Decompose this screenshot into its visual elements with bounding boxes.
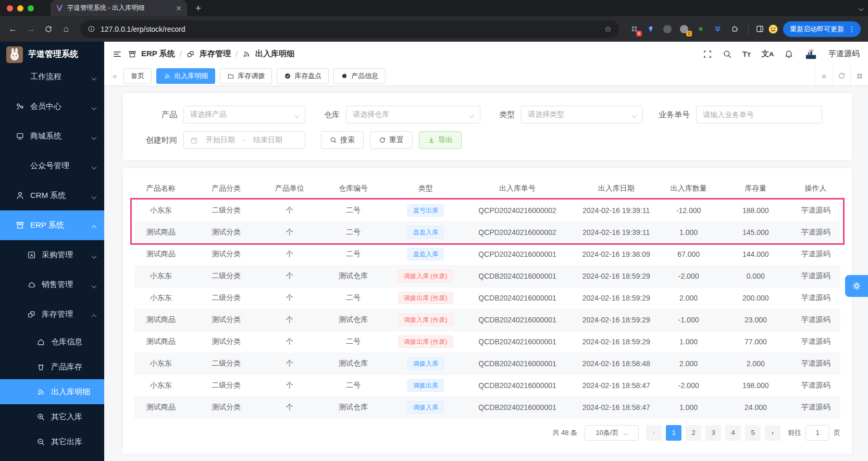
search-icon[interactable] bbox=[723, 49, 732, 59]
prev-page-button[interactable]: ‹ bbox=[646, 425, 662, 441]
extension-star-icon[interactable]: ✶ bbox=[695, 23, 706, 35]
end-date-placeholder[interactable]: 结束日期 bbox=[250, 135, 286, 145]
cell-date: 2024-02-16 19:39:11 bbox=[576, 200, 657, 221]
profile-avatar-icon[interactable] bbox=[767, 23, 779, 35]
table-row[interactable]: 测试商品 测试分类 个 测试仓库 调拨入库 QCDB20240216000001… bbox=[134, 396, 840, 418]
goto-page-input[interactable] bbox=[805, 425, 829, 441]
app-header: ERP 系统 / 库存管理 / 出入库明细 Tᴛ 文ᴀ 芋道源码 bbox=[104, 42, 868, 66]
cell-stock: 188.000 bbox=[721, 200, 791, 221]
language-icon[interactable]: 文ᴀ bbox=[761, 49, 774, 59]
address-bar[interactable]: 127.0.0.1/erp/stock/record ☆ bbox=[80, 20, 619, 38]
window-minimize-button[interactable] bbox=[17, 5, 23, 11]
type-badge: 调拨入库 bbox=[407, 357, 444, 370]
back-button[interactable]: ← bbox=[5, 24, 21, 34]
table-row[interactable]: 小东东 二级分类 个 测试仓库 调拨入库 (作废) QCDB2024021600… bbox=[134, 265, 840, 287]
side-panel-icon[interactable] bbox=[754, 23, 765, 35]
export-button[interactable]: 导出 bbox=[419, 131, 462, 149]
tab-stock-move[interactable]: 库存调拨 bbox=[220, 68, 272, 84]
cell-stock: 0.000 bbox=[721, 265, 791, 287]
breadcrumb-erp[interactable]: ERP 系统 bbox=[141, 49, 175, 59]
page-button-2[interactable]: 2 bbox=[686, 425, 701, 441]
table-row[interactable]: 测试商品 测试分类 个 二号 盘盈入库 QCPD20240216000001 2… bbox=[134, 243, 840, 265]
tabs-scroll-right-icon[interactable]: » bbox=[815, 66, 833, 85]
cell-order-no: QCDB20240216000001 bbox=[459, 265, 576, 287]
reload-button[interactable] bbox=[41, 24, 56, 34]
extension-dark-icon[interactable] bbox=[662, 23, 673, 35]
extension-circle-icon[interactable]: 1 bbox=[678, 23, 690, 35]
extensions-puzzle-icon[interactable] bbox=[728, 23, 740, 35]
bookmark-star-icon[interactable]: ☆ bbox=[604, 24, 612, 34]
sidebar-item-stock-record[interactable]: 出入库明细 bbox=[0, 379, 104, 404]
bizno-input-wrap bbox=[696, 106, 822, 123]
sidebar-item-stock[interactable]: 库存管理 bbox=[0, 300, 104, 329]
date-range-picker[interactable]: 开始日期 - 结束日期 bbox=[183, 131, 305, 149]
layout-grid-icon[interactable] bbox=[850, 66, 868, 85]
sidebar-item-warehouse-info[interactable]: 仓库信息 bbox=[0, 329, 104, 354]
sidebar-item-stock-move[interactable]: 库存调拨 bbox=[0, 454, 104, 461]
fullscreen-icon[interactable] bbox=[703, 49, 712, 59]
table-row[interactable]: 测试商品 测试分类 个 测试仓库 调拨入库 (作废) QCDB202402160… bbox=[134, 309, 840, 331]
sidebar-item-mp[interactable]: 公众号管理 bbox=[0, 151, 104, 181]
sidebar-item-product-stock[interactable]: 产品库存 bbox=[0, 354, 104, 379]
tab-stock-check[interactable]: 库存盘点 bbox=[277, 68, 329, 84]
product-select[interactable]: 请选择产品 bbox=[183, 106, 305, 123]
extension-pin-icon[interactable] bbox=[645, 23, 656, 35]
window-zoom-button[interactable] bbox=[28, 5, 34, 11]
sidebar-item-erp[interactable]: ERP 系统 bbox=[0, 210, 104, 240]
extension-grid-icon[interactable]: 6 bbox=[628, 23, 640, 35]
font-size-icon[interactable]: Tᴛ bbox=[742, 49, 751, 58]
type-badge: 盘盈入库 bbox=[407, 248, 444, 260]
start-date-placeholder[interactable]: 开始日期 bbox=[202, 135, 239, 145]
tab-home[interactable]: 首页 bbox=[123, 68, 152, 84]
settings-float-button[interactable] bbox=[845, 275, 868, 297]
home-button[interactable]: ⌂ bbox=[58, 24, 74, 34]
table-row[interactable]: 小东东 二级分类 个 二号 调拨出库 QCDB20240216000001 20… bbox=[134, 375, 840, 396]
sidebar-item-other-out[interactable]: 其它出库 bbox=[0, 429, 104, 454]
sidebar-item-purchase[interactable]: 采购管理 bbox=[0, 240, 104, 270]
table-row[interactable]: 测试商品 测试分类 个 二号 调拨出库 (作废) QCDB20240216000… bbox=[134, 331, 840, 353]
sidebar-item-other-in[interactable]: 其它入库 bbox=[0, 404, 104, 429]
sidebar-item-crm[interactable]: CRM 系统 bbox=[0, 181, 104, 210]
breadcrumb-stock[interactable]: 库存管理 bbox=[200, 49, 231, 59]
site-info-icon[interactable] bbox=[88, 25, 95, 33]
browser-tab[interactable]: 芋道管理系统 - 出入库明细 ✕ bbox=[51, 0, 187, 16]
sidebar-item-member[interactable]: 会员中心 bbox=[0, 92, 104, 121]
sidebar-item-sales[interactable]: 销售管理 bbox=[0, 270, 104, 300]
search-button[interactable]: 搜索 bbox=[321, 131, 364, 149]
username[interactable]: 芋道源码 bbox=[828, 49, 860, 59]
user-avatar[interactable] bbox=[804, 47, 818, 61]
browser-update-button[interactable]: 重新启动即可更新 ⋮ bbox=[783, 21, 861, 37]
tab-stock-record[interactable]: 出入库明细 bbox=[156, 68, 215, 84]
table-row[interactable]: 小东东 二级分类 个 测试仓库 调拨入库 QCDB20240216000001 … bbox=[134, 353, 840, 375]
new-tab-button[interactable]: + bbox=[195, 3, 201, 14]
table-row[interactable]: 小东东 二级分类 个 二号 调拨出库 (作废) QCDB202402160000… bbox=[134, 287, 840, 309]
warehouse-select[interactable]: 请选择仓库 bbox=[346, 106, 480, 123]
table-row[interactable]: 测试商品 测试分类 个 二号 盘盈入库 QCPD20240216000002 2… bbox=[134, 221, 840, 243]
bell-icon[interactable] bbox=[784, 49, 793, 59]
page-size-select[interactable]: 10条/页 bbox=[585, 425, 639, 441]
page-button-3[interactable]: 3 bbox=[705, 425, 721, 441]
bizno-input[interactable] bbox=[703, 110, 815, 119]
cell-date: 2024-02-16 19:38:09 bbox=[576, 243, 657, 265]
tab-search-icon[interactable] bbox=[859, 3, 863, 13]
page-button-4[interactable]: 4 bbox=[725, 425, 741, 441]
tabs-scroll-left-icon[interactable]: « bbox=[110, 71, 119, 80]
reset-button[interactable]: 重置 bbox=[370, 131, 413, 149]
sidebar-collapse-icon[interactable] bbox=[113, 49, 122, 59]
browser-menu-icon[interactable]: ⋮ bbox=[848, 25, 855, 33]
window-close-button[interactable] bbox=[7, 5, 13, 11]
page-button-5[interactable]: 5 bbox=[745, 425, 761, 441]
extension-chevrons-icon[interactable] bbox=[712, 23, 723, 35]
cell-warehouse: 测试仓库 bbox=[315, 309, 392, 331]
type-select[interactable]: 请选择类型 bbox=[521, 106, 643, 123]
tab-close-icon[interactable]: ✕ bbox=[176, 4, 182, 13]
table-row[interactable]: 小东东 二级分类 个 二号 盘亏出库 QCPD20240216000002 20… bbox=[134, 200, 840, 221]
tab-product-info[interactable]: 产品信息 bbox=[333, 68, 386, 84]
sidebar-item-mall[interactable]: 商城系统 bbox=[0, 121, 104, 151]
forward-button[interactable]: → bbox=[23, 24, 39, 34]
refresh-icon[interactable] bbox=[833, 66, 850, 85]
page-button-1[interactable]: 1 bbox=[666, 425, 681, 441]
next-page-button[interactable]: › bbox=[765, 425, 780, 441]
cell-unit: 个 bbox=[265, 331, 315, 353]
cell-quantity: 1.000 bbox=[657, 331, 721, 353]
